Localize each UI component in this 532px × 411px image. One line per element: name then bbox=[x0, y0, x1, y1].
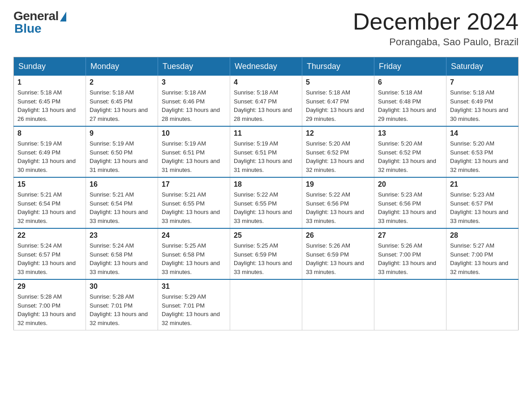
day-cell-8: 8 Sunrise: 5:19 AMSunset: 6:49 PMDayligh… bbox=[14, 126, 86, 177]
weekday-header-friday: Friday bbox=[374, 57, 446, 76]
day-info: Sunrise: 5:18 AMSunset: 6:47 PMDaylight:… bbox=[234, 88, 298, 123]
day-cell-6: 6 Sunrise: 5:18 AMSunset: 6:48 PMDayligh… bbox=[374, 76, 446, 126]
day-info: Sunrise: 5:28 AMSunset: 7:01 PMDaylight:… bbox=[90, 292, 154, 327]
day-info: Sunrise: 5:23 AMSunset: 6:57 PMDaylight:… bbox=[450, 190, 515, 225]
day-number: 4 bbox=[234, 78, 298, 86]
weekday-header-thursday: Thursday bbox=[302, 57, 374, 76]
day-number: 25 bbox=[234, 231, 298, 240]
day-info: Sunrise: 5:19 AMSunset: 6:51 PMDaylight:… bbox=[234, 139, 298, 174]
day-number: 14 bbox=[450, 129, 515, 137]
day-info: Sunrise: 5:18 AMSunset: 6:45 PMDaylight:… bbox=[90, 88, 154, 123]
day-number: 21 bbox=[450, 180, 515, 188]
day-info: Sunrise: 5:19 AMSunset: 6:50 PMDaylight:… bbox=[90, 139, 154, 174]
day-cell-23: 23 Sunrise: 5:24 AMSunset: 6:58 PMDaylig… bbox=[86, 228, 158, 279]
day-number: 2 bbox=[90, 78, 154, 86]
day-cell-11: 11 Sunrise: 5:19 AMSunset: 6:51 PMDaylig… bbox=[230, 126, 302, 177]
day-number: 30 bbox=[90, 283, 154, 291]
day-number: 27 bbox=[378, 231, 442, 240]
day-number: 23 bbox=[90, 231, 154, 240]
day-info: Sunrise: 5:26 AMSunset: 6:59 PMDaylight:… bbox=[306, 241, 370, 276]
day-info: Sunrise: 5:29 AMSunset: 7:01 PMDaylight:… bbox=[162, 292, 226, 327]
day-number: 22 bbox=[17, 231, 82, 240]
day-cell-25: 25 Sunrise: 5:25 AMSunset: 6:59 PMDaylig… bbox=[230, 228, 302, 279]
day-number: 9 bbox=[90, 129, 154, 137]
day-info: Sunrise: 5:25 AMSunset: 6:58 PMDaylight:… bbox=[162, 241, 226, 276]
weekday-header-tuesday: Tuesday bbox=[158, 57, 230, 76]
day-number: 3 bbox=[162, 78, 226, 86]
day-number: 17 bbox=[162, 180, 226, 188]
week-row-2: 8 Sunrise: 5:19 AMSunset: 6:49 PMDayligh… bbox=[14, 126, 519, 177]
day-number: 7 bbox=[450, 78, 515, 86]
day-cell-16: 16 Sunrise: 5:21 AMSunset: 6:54 PMDaylig… bbox=[86, 177, 158, 228]
day-cell-2: 2 Sunrise: 5:18 AMSunset: 6:45 PMDayligh… bbox=[86, 76, 158, 126]
day-info: Sunrise: 5:18 AMSunset: 6:49 PMDaylight:… bbox=[450, 88, 515, 123]
day-cell-15: 15 Sunrise: 5:21 AMSunset: 6:54 PMDaylig… bbox=[14, 177, 86, 228]
day-number: 19 bbox=[306, 180, 370, 188]
day-info: Sunrise: 5:20 AMSunset: 6:53 PMDaylight:… bbox=[450, 139, 515, 174]
empty-cell-4-5 bbox=[374, 279, 446, 330]
day-number: 10 bbox=[162, 129, 226, 137]
day-info: Sunrise: 5:22 AMSunset: 6:56 PMDaylight:… bbox=[306, 190, 370, 225]
day-cell-21: 21 Sunrise: 5:23 AMSunset: 6:57 PMDaylig… bbox=[446, 177, 519, 228]
logo-triangle-icon bbox=[60, 12, 66, 21]
day-info: Sunrise: 5:23 AMSunset: 6:56 PMDaylight:… bbox=[378, 190, 442, 225]
day-cell-19: 19 Sunrise: 5:22 AMSunset: 6:56 PMDaylig… bbox=[302, 177, 374, 228]
day-info: Sunrise: 5:21 AMSunset: 6:54 PMDaylight:… bbox=[90, 190, 154, 225]
day-number: 11 bbox=[234, 129, 298, 137]
day-info: Sunrise: 5:26 AMSunset: 7:00 PMDaylight:… bbox=[378, 241, 442, 276]
day-info: Sunrise: 5:24 AMSunset: 6:58 PMDaylight:… bbox=[90, 241, 154, 276]
weekday-header-saturday: Saturday bbox=[446, 57, 519, 76]
location: Porangaba, Sao Paulo, Brazil bbox=[353, 36, 519, 48]
weekday-header-sunday: Sunday bbox=[14, 57, 86, 76]
day-info: Sunrise: 5:28 AMSunset: 7:00 PMDaylight:… bbox=[17, 292, 82, 327]
day-cell-28: 28 Sunrise: 5:27 AMSunset: 7:00 PMDaylig… bbox=[446, 228, 519, 279]
empty-cell-4-4 bbox=[302, 279, 374, 330]
calendar-table: SundayMondayTuesdayWednesdayThursdayFrid… bbox=[13, 57, 519, 330]
day-cell-3: 3 Sunrise: 5:18 AMSunset: 6:46 PMDayligh… bbox=[158, 76, 230, 126]
day-number: 5 bbox=[306, 78, 370, 86]
empty-cell-4-3 bbox=[230, 279, 302, 330]
title-block: December 2024 Porangaba, Sao Paulo, Braz… bbox=[353, 9, 519, 48]
day-cell-17: 17 Sunrise: 5:21 AMSunset: 6:55 PMDaylig… bbox=[158, 177, 230, 228]
weekday-header-monday: Monday bbox=[86, 57, 158, 76]
logo: General Blue bbox=[13, 9, 66, 36]
day-cell-5: 5 Sunrise: 5:18 AMSunset: 6:47 PMDayligh… bbox=[302, 76, 374, 126]
day-cell-10: 10 Sunrise: 5:19 AMSunset: 6:51 PMDaylig… bbox=[158, 126, 230, 177]
day-info: Sunrise: 5:19 AMSunset: 6:49 PMDaylight:… bbox=[17, 139, 82, 174]
day-cell-30: 30 Sunrise: 5:28 AMSunset: 7:01 PMDaylig… bbox=[86, 279, 158, 330]
week-row-4: 22 Sunrise: 5:24 AMSunset: 6:57 PMDaylig… bbox=[14, 228, 519, 279]
empty-cell-4-6 bbox=[446, 279, 519, 330]
week-row-5: 29 Sunrise: 5:28 AMSunset: 7:00 PMDaylig… bbox=[14, 279, 519, 330]
day-info: Sunrise: 5:25 AMSunset: 6:59 PMDaylight:… bbox=[234, 241, 298, 276]
day-number: 13 bbox=[378, 129, 442, 137]
week-row-3: 15 Sunrise: 5:21 AMSunset: 6:54 PMDaylig… bbox=[14, 177, 519, 228]
day-number: 20 bbox=[378, 180, 442, 188]
day-cell-18: 18 Sunrise: 5:22 AMSunset: 6:55 PMDaylig… bbox=[230, 177, 302, 228]
day-cell-31: 31 Sunrise: 5:29 AMSunset: 7:01 PMDaylig… bbox=[158, 279, 230, 330]
day-info: Sunrise: 5:18 AMSunset: 6:47 PMDaylight:… bbox=[306, 88, 370, 123]
day-cell-26: 26 Sunrise: 5:26 AMSunset: 6:59 PMDaylig… bbox=[302, 228, 374, 279]
day-number: 8 bbox=[17, 129, 82, 137]
day-info: Sunrise: 5:27 AMSunset: 7:00 PMDaylight:… bbox=[450, 241, 515, 276]
logo-blue-text: Blue bbox=[13, 21, 42, 36]
day-cell-27: 27 Sunrise: 5:26 AMSunset: 7:00 PMDaylig… bbox=[374, 228, 446, 279]
day-info: Sunrise: 5:21 AMSunset: 6:54 PMDaylight:… bbox=[17, 190, 82, 225]
day-info: Sunrise: 5:20 AMSunset: 6:52 PMDaylight:… bbox=[306, 139, 370, 174]
day-number: 16 bbox=[90, 180, 154, 188]
day-number: 1 bbox=[17, 78, 82, 86]
day-cell-4: 4 Sunrise: 5:18 AMSunset: 6:47 PMDayligh… bbox=[230, 76, 302, 126]
week-row-1: 1 Sunrise: 5:18 AMSunset: 6:45 PMDayligh… bbox=[14, 76, 519, 126]
day-info: Sunrise: 5:21 AMSunset: 6:55 PMDaylight:… bbox=[162, 190, 226, 225]
day-info: Sunrise: 5:19 AMSunset: 6:51 PMDaylight:… bbox=[162, 139, 226, 174]
day-cell-9: 9 Sunrise: 5:19 AMSunset: 6:50 PMDayligh… bbox=[86, 126, 158, 177]
day-cell-22: 22 Sunrise: 5:24 AMSunset: 6:57 PMDaylig… bbox=[14, 228, 86, 279]
day-cell-14: 14 Sunrise: 5:20 AMSunset: 6:53 PMDaylig… bbox=[446, 126, 519, 177]
day-number: 18 bbox=[234, 180, 298, 188]
day-cell-13: 13 Sunrise: 5:20 AMSunset: 6:52 PMDaylig… bbox=[374, 126, 446, 177]
day-number: 28 bbox=[450, 231, 515, 240]
page-header: General Blue December 2024 Porangaba, Sa… bbox=[13, 9, 519, 48]
day-info: Sunrise: 5:18 AMSunset: 6:45 PMDaylight:… bbox=[17, 88, 82, 123]
day-number: 24 bbox=[162, 231, 226, 240]
day-cell-24: 24 Sunrise: 5:25 AMSunset: 6:58 PMDaylig… bbox=[158, 228, 230, 279]
day-number: 26 bbox=[306, 231, 370, 240]
